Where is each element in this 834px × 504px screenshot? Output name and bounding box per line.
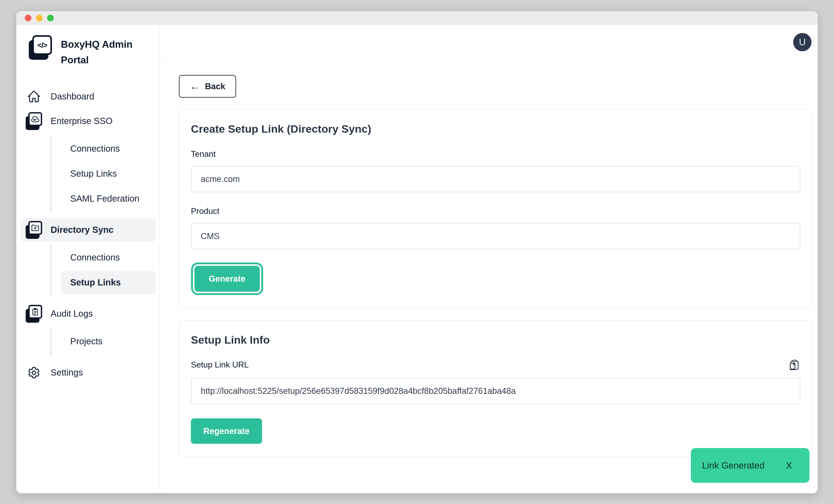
page-content: ← Back Create Setup Link (Directory Sync… — [160, 60, 818, 493]
sidebar-item-saml-federation[interactable]: SAML Federation — [61, 187, 156, 210]
minimize-window-button[interactable] — [36, 15, 43, 21]
sidebar-item-label: Settings — [51, 368, 83, 377]
sidebar-item-projects[interactable]: Projects — [61, 330, 156, 353]
sidebar: </> BoxyHQ Admin Portal Dashboard — [16, 25, 160, 493]
main-header: U — [160, 25, 818, 60]
sub-item-label: Projects — [70, 336, 103, 346]
user-avatar[interactable]: U — [793, 33, 811, 51]
setup-link-url-label: Setup Link URL — [191, 360, 249, 370]
close-window-button[interactable] — [25, 15, 31, 21]
sidebar-item-enterprise-sso[interactable]: Enterprise SSO — [20, 109, 156, 133]
main-area: U ← Back Create Setup Link (Directory Sy… — [160, 25, 818, 493]
app-title: BoxyHQ Admin Portal — [61, 35, 151, 68]
sidebar-item-dsync-setup-links[interactable]: Setup Links — [61, 271, 156, 294]
audit-logs-subnav: Projects — [50, 328, 160, 355]
sub-item-label: Setup Links — [70, 278, 121, 287]
sidebar-item-directory-sync[interactable]: Directory Sync — [20, 218, 156, 242]
home-icon — [25, 90, 43, 104]
sidebar-item-label: Dashboard — [51, 91, 94, 102]
card-title: Setup Link Info — [191, 334, 800, 346]
sidebar-item-dashboard[interactable]: Dashboard — [20, 85, 156, 108]
toast-message: Link Generated — [702, 460, 764, 471]
link-generated-toast: Link Generated X — [691, 448, 810, 483]
app-logo: </> BoxyHQ Admin Portal — [16, 35, 160, 68]
zoom-window-button[interactable] — [47, 15, 54, 21]
enterprise-sso-subnav: Connections Setup Links SAML Federation — [50, 135, 160, 213]
sidebar-item-label: Enterprise SSO — [51, 116, 113, 126]
sidebar-item-label: Audit Logs — [51, 309, 93, 319]
clipboard-keycap-icon — [25, 305, 43, 323]
sidebar-item-sso-connections[interactable]: Connections — [61, 137, 156, 160]
sub-item-label: SAML Federation — [70, 194, 139, 204]
product-input[interactable] — [191, 223, 800, 249]
regenerate-button[interactable]: Regenerate — [191, 418, 262, 444]
sidebar-item-sso-setup-links[interactable]: Setup Links — [61, 162, 156, 185]
back-arrow-icon: ← — [190, 81, 200, 91]
sub-item-label: Setup Links — [70, 169, 117, 179]
setup-link-url-input[interactable] — [191, 378, 800, 404]
tenant-input[interactable] — [191, 166, 800, 192]
app-window: </> BoxyHQ Admin Portal Dashboard — [16, 11, 818, 493]
create-setup-link-card: Create Setup Link (Directory Sync) Tenan… — [179, 109, 812, 309]
back-button[interactable]: ← Back — [179, 75, 236, 98]
setup-link-info-card: Setup Link Info Setup Link URL — [179, 320, 812, 457]
sidebar-item-label: Directory Sync — [51, 225, 113, 235]
sidebar-item-audit-logs[interactable]: Audit Logs — [20, 302, 156, 325]
generate-button[interactable]: Generate — [194, 266, 260, 292]
folder-keycap-icon — [25, 221, 43, 239]
directory-sync-subnav: Connections Setup Links — [50, 244, 160, 297]
copy-url-button[interactable] — [789, 359, 800, 371]
boxyhq-logo-icon: </> — [29, 35, 52, 60]
sso-cloud-key-keycap-icon — [25, 112, 43, 130]
copy-clipboard-icon — [789, 359, 800, 371]
titlebar — [16, 11, 818, 25]
sub-item-label: Connections — [70, 253, 120, 262]
product-label: Product — [191, 206, 800, 216]
gear-icon — [25, 366, 43, 379]
sidebar-item-settings[interactable]: Settings — [20, 361, 156, 384]
sub-item-label: Connections — [70, 144, 120, 154]
sidebar-item-dsync-connections[interactable]: Connections — [61, 246, 156, 269]
back-button-label: Back — [205, 82, 225, 91]
tenant-label: Tenant — [191, 149, 800, 159]
toast-close-button[interactable]: X — [786, 460, 792, 471]
card-title: Create Setup Link (Directory Sync) — [191, 123, 800, 135]
sidebar-nav: Dashboard — [16, 85, 160, 384]
